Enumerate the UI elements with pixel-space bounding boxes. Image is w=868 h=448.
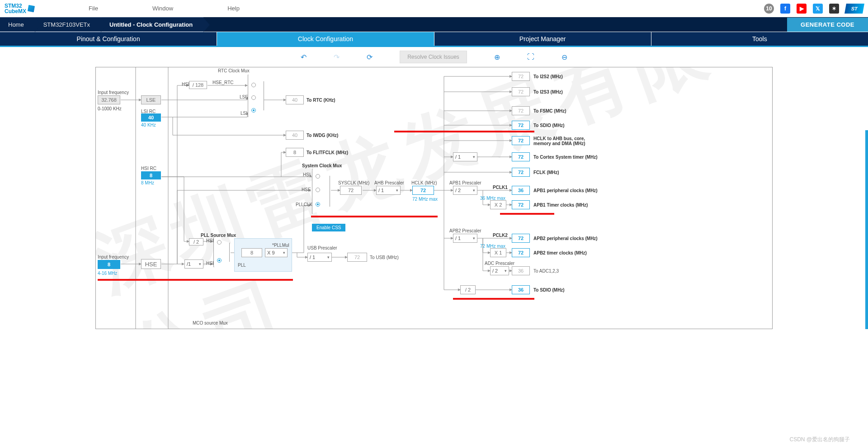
community-icon[interactable]: ✶ <box>829 4 839 14</box>
iwdg-out-value: 40 <box>286 131 304 140</box>
usb-prescaler-title: USB Prescaler <box>307 245 337 250</box>
pllmul-select[interactable]: X 9 <box>265 248 288 257</box>
youtube-icon[interactable]: ▶ <box>797 4 807 14</box>
sdio-div2: / 2 <box>460 285 476 294</box>
clock-diagram[interactable]: 深圳雷龙发展有限公司 <box>95 67 773 329</box>
hse-prescaler-select[interactable]: /1 <box>184 259 203 269</box>
reset-icon[interactable]: ⟳ <box>367 53 373 61</box>
lsi-hz: 40 KHz <box>141 123 156 127</box>
hsi-hz: 8 MHz <box>141 180 154 185</box>
zoom-in-icon[interactable]: ⊕ <box>494 53 500 61</box>
pclk2-label: PCLK2 <box>493 233 508 238</box>
pll-source-mux[interactable] <box>213 237 230 267</box>
cortex-prescaler-select[interactable]: / 1 <box>453 152 477 161</box>
pclk1-label: PCLK1 <box>493 185 508 190</box>
apb2-title: APB2 Prescaler <box>449 228 481 233</box>
apb1p-label: APB1 peripheral clocks (MHz) <box>533 188 598 193</box>
apb2t-label: APB2 timer clocks (MHz) <box>533 250 587 255</box>
hclk-max: 72 MHz max <box>412 197 438 202</box>
apb2t-value: 72 <box>512 248 530 257</box>
hse-input-range: 4-16 MHz <box>98 271 117 276</box>
hclk-value[interactable]: 72 <box>412 186 434 195</box>
rtc-mux[interactable] <box>248 75 264 117</box>
i2s3-value: 72 <box>512 87 530 96</box>
sys-pllclk-label: PLLCLK <box>296 202 312 207</box>
rtc-radio-lsi[interactable] <box>251 108 256 113</box>
menubar: STM32CubeMX File Window Help 10 f ▶ 𝕏 ✶ … <box>0 0 868 17</box>
pll-src-title: PLL Source Mux <box>201 233 236 238</box>
apb2-x1: X 1 <box>490 248 506 257</box>
flitf-value: 8 <box>286 148 304 157</box>
sdio2-label: To SDIO (MHz) <box>533 288 565 292</box>
sysclk-value[interactable]: 72 <box>340 186 362 195</box>
tab-pinout[interactable]: Pinout & Configuration <box>0 32 217 46</box>
usb-out-label: To USB (MHz) <box>370 255 399 260</box>
sys-mux-title: System Clock Mux <box>302 163 342 168</box>
adc-prescaler-select[interactable]: / 2 <box>490 266 509 275</box>
sys-radio-hse[interactable] <box>316 188 320 192</box>
sys-radio-pllclk[interactable] <box>316 202 320 207</box>
hsi-label: HSI RC <box>141 166 156 171</box>
apb1t-value: 72 <box>512 200 530 209</box>
rtc-out-value: 40 <box>286 95 304 104</box>
badge-icon[interactable]: 10 <box>764 4 774 14</box>
pll-label: PLL <box>238 263 246 268</box>
zoom-out-icon[interactable]: ⊖ <box>561 53 567 61</box>
iwdg-out-label: To IWDG (KHz) <box>307 133 338 138</box>
redo-icon: ↷ <box>334 53 340 61</box>
lse-input-range: 0-1000 KHz <box>98 106 122 111</box>
facebook-icon[interactable]: f <box>780 4 790 14</box>
app-logo: STM32CubeMX <box>5 3 34 14</box>
crumb-home[interactable]: Home <box>0 17 35 32</box>
pll-radio-hsi[interactable] <box>217 240 222 245</box>
ahb-prescaler-select[interactable]: / 1 <box>376 186 401 195</box>
menu-help[interactable]: Help <box>227 5 240 12</box>
hclk-out-value: 72 <box>512 136 530 145</box>
tab-tools[interactable]: Tools <box>651 32 868 46</box>
sys-radio-hsi[interactable] <box>316 174 320 179</box>
apb1-prescaler-select[interactable]: / 2 <box>453 186 477 195</box>
pllmul-label: *PLLMul <box>272 243 289 248</box>
pll-hsi-label: HSI <box>206 238 214 243</box>
sdio2-out-value: 36 <box>512 285 530 294</box>
fit-icon[interactable]: ⛶ <box>527 53 534 61</box>
rtc-mux-title: RTC Clock Mux <box>218 68 250 73</box>
crumb-chip[interactable]: STM32F103VETx <box>35 17 101 32</box>
generate-code-button[interactable]: GENERATE CODE <box>787 18 868 32</box>
hsi-value[interactable]: 8 <box>141 171 161 179</box>
menu-window[interactable]: Window <box>152 5 173 12</box>
apb1p-value: 36 <box>512 186 530 195</box>
usb-out-value: 72 <box>347 253 367 262</box>
i2s3-label: To I2S3 (MHz) <box>533 90 563 94</box>
adc-out-label: To ADC1,2,3 <box>533 269 559 274</box>
system-clock-mux[interactable] <box>312 169 330 214</box>
flitf-label: To FLITFCLK (MHz) <box>307 150 348 155</box>
rtc-radio-hse[interactable] <box>251 83 256 87</box>
rtc-out-label: To RTC (KHz) <box>307 98 335 103</box>
hse-block[interactable]: HSE <box>141 259 161 269</box>
cortex-label: To Cortex System timer (MHz) <box>533 155 598 160</box>
tab-project-manager[interactable]: Project Manager <box>434 32 651 46</box>
apb2p-value: 72 <box>512 234 530 243</box>
crumb-page[interactable]: Untitled - Clock Configuration <box>101 17 203 32</box>
menu-file[interactable]: File <box>89 5 98 12</box>
hse-input-value[interactable]: 8 <box>98 260 120 269</box>
apb1-title: APB1 Prescaler <box>449 180 481 185</box>
pll-radio-hse[interactable] <box>217 258 222 263</box>
tab-clock[interactable]: Clock Configuration <box>217 32 434 46</box>
lse-block[interactable]: LSE <box>141 95 161 104</box>
mco-label: MCO source Mux <box>193 321 228 325</box>
lse-input-label: Input frequency <box>98 90 129 95</box>
undo-icon[interactable]: ↶ <box>301 53 307 61</box>
annot-redline-4 <box>98 279 293 281</box>
twitter-icon[interactable]: 𝕏 <box>813 4 823 14</box>
scrollbar[interactable] <box>865 130 868 329</box>
usb-prescaler-select[interactable]: / 1 <box>307 253 332 262</box>
apb2-prescaler-select[interactable]: / 1 <box>453 234 477 243</box>
lsi-value[interactable]: 40 <box>141 113 161 122</box>
breadcrumb-bar: Home STM32F103VETx Untitled - Clock Conf… <box>0 17 868 32</box>
enable-css-button[interactable]: Enable CSS <box>312 224 345 231</box>
rtc-radio-lse[interactable] <box>251 95 256 100</box>
lse-input-value[interactable]: 32.768 <box>98 95 120 104</box>
pllmul-in-value: 8 <box>241 248 262 257</box>
